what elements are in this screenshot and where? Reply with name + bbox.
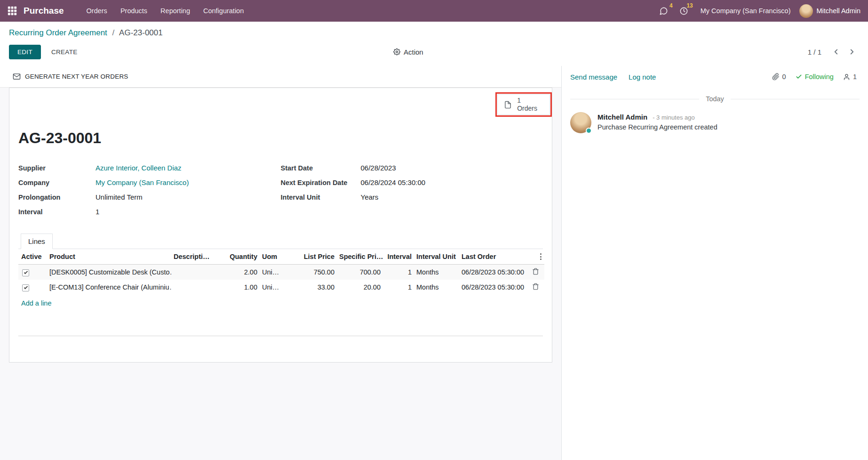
- following-label: Following: [805, 73, 834, 81]
- col-header-description[interactable]: Descripti…: [172, 249, 224, 265]
- col-header-quantity[interactable]: Quantity: [224, 249, 260, 265]
- add-a-line-button[interactable]: Add a line: [21, 299, 52, 307]
- highlight-box: 1 Orders: [495, 92, 552, 117]
- activities-button[interactable]: 13: [674, 7, 694, 16]
- orders-stat-label: Orders: [517, 105, 537, 113]
- message-author[interactable]: Mitchell Admin: [597, 113, 647, 121]
- action-menu[interactable]: Action: [393, 48, 423, 56]
- cell-last-order: 06/28/2023 05:30:00: [460, 265, 526, 280]
- interval-unit-value: Years: [361, 193, 379, 201]
- date-divider-label: Today: [699, 95, 731, 103]
- trash-icon: [532, 283, 539, 290]
- main-menu: Orders Products Reporting Configuration: [80, 0, 251, 22]
- col-header-list-price[interactable]: List Price: [294, 249, 337, 265]
- log-note-button[interactable]: Log note: [629, 73, 656, 81]
- action-label: Action: [404, 48, 423, 56]
- col-header-uom[interactable]: Uom: [260, 249, 294, 265]
- cell-description: [172, 280, 224, 295]
- edit-button[interactable]: EDIT: [9, 45, 41, 59]
- delete-row-button[interactable]: [532, 283, 539, 290]
- generate-next-year-orders-button[interactable]: GENERATE NEXT YEAR ORDERS: [13, 73, 128, 81]
- create-button[interactable]: CREATE: [45, 45, 84, 59]
- paperclip-icon: [772, 73, 780, 81]
- cell-product: [DESK0005] Customizable Desk (Custo…: [48, 265, 172, 280]
- control-panel: Recurring Order Agreement / AG-23-0001 E…: [0, 22, 868, 66]
- orders-stat-button[interactable]: 1 Orders: [497, 94, 550, 115]
- optional-columns-icon[interactable]: [539, 252, 542, 261]
- cell-interval-unit: Months: [414, 265, 460, 280]
- generate-label: GENERATE NEXT YEAR ORDERS: [25, 73, 128, 80]
- attachments-button[interactable]: 0: [772, 73, 786, 81]
- delete-row-button[interactable]: [532, 268, 539, 275]
- cell-list-price: 750.00: [294, 265, 337, 280]
- date-divider: Today: [570, 95, 860, 103]
- col-header-active[interactable]: Active: [18, 249, 48, 265]
- field-label: Supplier: [18, 164, 96, 172]
- cell-description: [172, 265, 224, 280]
- cell-last-order: 06/28/2023 05:30:00: [460, 280, 526, 295]
- interval-value: 1: [96, 208, 99, 216]
- menu-configuration[interactable]: Configuration: [197, 0, 250, 22]
- gear-icon: [393, 48, 400, 56]
- form-pane: GENERATE NEXT YEAR ORDERS 1 Orders: [0, 66, 561, 460]
- list-bottom-divider: [18, 307, 543, 336]
- menu-reporting[interactable]: Reporting: [154, 0, 197, 22]
- app-name[interactable]: Purchase: [24, 6, 64, 16]
- messages-badge: 4: [669, 2, 673, 9]
- cell-specific-price: 20.00: [337, 280, 383, 295]
- col-header-interval[interactable]: Interval: [383, 249, 414, 265]
- tab-lines[interactable]: Lines: [21, 234, 53, 249]
- pager-next-button[interactable]: [845, 46, 859, 58]
- notebook: Lines Active Product Descripti… Quantity…: [18, 234, 543, 336]
- form-area: 1 Orders AG-23-0001 Supplier Azure Inter…: [0, 88, 561, 460]
- menu-orders[interactable]: Orders: [80, 0, 114, 22]
- form-sheet: 1 Orders AG-23-0001 Supplier Azure Inter…: [9, 88, 552, 363]
- followers-button[interactable]: 1: [843, 73, 857, 81]
- menu-products[interactable]: Products: [114, 0, 154, 22]
- next-expiration-value: 06/28/2024 05:30:00: [361, 178, 426, 186]
- supplier-link[interactable]: Azure Interior, Colleen Diaz: [96, 164, 182, 172]
- breadcrumb-parent[interactable]: Recurring Order Agreement: [9, 28, 107, 37]
- chatter-message: Mitchell Admin - 3 minutes ago Purchase …: [562, 109, 868, 136]
- chatter-panel: Send message Log note 0 Following 1: [561, 66, 868, 460]
- table-row[interactable]: [DESK0005] Customizable Desk (Custo… 2.0…: [18, 265, 544, 280]
- active-checkbox[interactable]: [22, 269, 29, 276]
- pager: 1 / 1: [808, 46, 859, 58]
- field-label: Start Date: [281, 164, 361, 172]
- col-header-product[interactable]: Product: [48, 249, 172, 265]
- cell-list-price: 33.00: [294, 280, 337, 295]
- field-company: Company My Company (San Francisco): [18, 178, 281, 193]
- field-label: Next Expiration Date: [281, 178, 361, 186]
- field-interval: Interval 1: [18, 208, 281, 222]
- col-header-interval-unit[interactable]: Interval Unit: [414, 249, 460, 265]
- active-checkbox[interactable]: [22, 284, 29, 291]
- breadcrumb-separator: /: [110, 28, 118, 37]
- speech-bubble-icon: [659, 7, 668, 16]
- field-label: Prolongation: [18, 193, 96, 201]
- company-link[interactable]: My Company (San Francisco): [96, 178, 189, 186]
- company-menu[interactable]: My Company (San Francisco): [694, 7, 799, 15]
- cell-interval: 1: [383, 265, 414, 280]
- col-header-last-order[interactable]: Last Order: [460, 249, 526, 265]
- activities-badge: 13: [686, 2, 693, 9]
- send-message-button[interactable]: Send message: [570, 73, 617, 81]
- apps-menu-icon[interactable]: [8, 6, 17, 16]
- message-time: - 3 minutes ago: [653, 114, 695, 121]
- field-label: Interval: [18, 208, 96, 216]
- prolongation-value: Unlimited Term: [96, 193, 143, 201]
- field-start-date: Start Date 06/28/2023: [281, 164, 543, 178]
- control-panel-buttons: EDIT CREATE Action 1 / 1: [9, 42, 859, 61]
- table-row[interactable]: [E-COM13] Conference Chair (Aluminiu… 1.…: [18, 280, 544, 295]
- field-supplier: Supplier Azure Interior, Colleen Diaz: [18, 164, 281, 178]
- user-menu[interactable]: Mitchell Admin: [799, 4, 860, 18]
- chevron-left-icon: [832, 48, 840, 56]
- message-avatar: [570, 112, 591, 133]
- pager-previous-button[interactable]: [829, 46, 843, 58]
- field-label: Interval Unit: [281, 193, 361, 201]
- cell-interval: 1: [383, 280, 414, 295]
- field-group: Supplier Azure Interior, Colleen Diaz Co…: [18, 164, 543, 222]
- breadcrumb-current: AG-23-0001: [119, 28, 163, 37]
- col-header-specific-price[interactable]: Specific Pri…: [337, 249, 383, 265]
- messages-button[interactable]: 4: [653, 7, 674, 16]
- following-button[interactable]: Following: [796, 73, 834, 81]
